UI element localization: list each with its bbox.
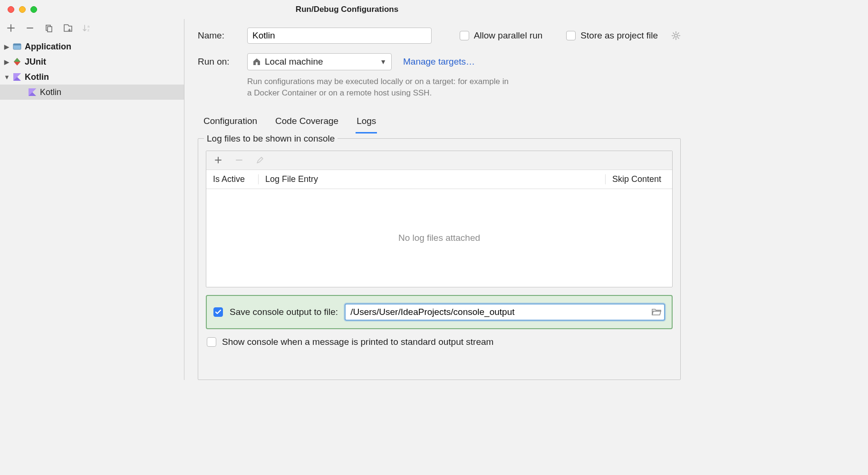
chevron-down-icon: ▼	[380, 58, 386, 66]
logs-toolbar	[206, 151, 672, 170]
tab-logs[interactable]: Logs	[356, 111, 377, 133]
allow-parallel-checkbox[interactable]: Allow parallel run	[460, 30, 543, 41]
tree-group-application[interactable]: ▶ Application	[0, 39, 184, 54]
svg-point-6	[675, 34, 677, 37]
tabs: Configuration Code Coverage Logs	[198, 111, 681, 133]
tree-group-label: JUnit	[25, 57, 46, 67]
titlebar: Run/Debug Configurations	[0, 0, 694, 19]
tab-code-coverage[interactable]: Code Coverage	[274, 111, 339, 133]
save-console-path-wrap	[345, 304, 665, 321]
logs-table: Is Active Log File Entry Skip Content No…	[206, 151, 673, 287]
svg-rect-7	[256, 62, 258, 65]
junit-icon	[12, 57, 22, 66]
show-console-checkbox[interactable]	[207, 337, 216, 347]
config-tree: ▶ Application ▶ JUnit ▼	[0, 37, 184, 380]
tab-configuration[interactable]: Configuration	[203, 111, 258, 133]
folder-open-icon[interactable]	[652, 308, 661, 316]
run-on-select[interactable]: Local machine ▼	[247, 53, 392, 70]
checkbox-icon	[460, 31, 469, 40]
chevron-right-icon: ▶	[4, 58, 10, 66]
tree-group-label: Kotlin	[25, 72, 49, 82]
run-on-row: Run on: Local machine ▼ Manage targets…	[198, 53, 681, 70]
add-log-button[interactable]	[213, 155, 223, 165]
copy-configuration-button[interactable]	[44, 23, 54, 33]
home-icon	[252, 57, 261, 66]
checkbox-icon	[566, 31, 576, 40]
show-console-stdout-row: Show console when a message is printed t…	[206, 336, 673, 352]
svg-text:z: z	[87, 28, 89, 32]
tree-item-label: Kotlin	[40, 87, 61, 97]
tree-group-junit[interactable]: ▶ JUnit	[0, 54, 184, 69]
dialog-window: Run/Debug Configurations az	[0, 0, 694, 380]
dialog-body: az ▶ Application ▶ JUnit	[0, 19, 694, 380]
manage-targets-link[interactable]: Manage targets…	[403, 57, 475, 67]
content-pane: Name: Allow parallel run Store as projec…	[184, 19, 694, 380]
gear-icon[interactable]	[671, 31, 681, 40]
chevron-down-icon: ▼	[4, 74, 10, 81]
application-icon	[12, 42, 22, 51]
sort-alpha-button[interactable]: az	[82, 23, 92, 33]
save-console-output-row: Save console output to file:	[206, 295, 673, 329]
run-on-hint: Run configurations may be executed local…	[247, 76, 513, 99]
remove-log-button[interactable]	[234, 155, 244, 165]
window-title: Run/Debug Configurations	[0, 5, 694, 14]
kotlin-icon	[12, 72, 22, 82]
logs-panel-title: Log files to be shown in console	[204, 133, 338, 144]
kotlin-icon	[28, 87, 37, 97]
logs-empty-message: No log files attached	[206, 189, 672, 287]
save-console-checkbox[interactable]	[213, 307, 223, 317]
name-label: Name:	[198, 30, 236, 41]
save-template-button[interactable]	[63, 23, 73, 33]
col-skip-content: Skip Content	[606, 174, 672, 184]
store-project-file-label: Store as project file	[580, 30, 658, 41]
name-row: Name: Allow parallel run Store as projec…	[198, 28, 681, 44]
tree-item-kotlin[interactable]: Kotlin	[0, 85, 184, 100]
edit-log-button[interactable]	[255, 155, 265, 165]
logs-panel: Log files to be shown in console	[198, 133, 681, 380]
name-input[interactable]	[247, 28, 432, 44]
add-configuration-button[interactable]	[6, 23, 16, 33]
tree-group-label: Application	[25, 42, 71, 52]
allow-parallel-label: Allow parallel run	[474, 30, 543, 41]
chevron-right-icon: ▶	[4, 43, 10, 50]
save-console-path-input[interactable]	[345, 304, 665, 321]
save-console-label: Save console output to file:	[230, 307, 338, 317]
tree-group-kotlin[interactable]: ▼ Kotlin	[0, 69, 184, 85]
store-project-file-checkbox[interactable]: Store as project file	[566, 30, 658, 41]
sidebar-toolbar: az	[0, 19, 184, 37]
svg-rect-1	[48, 27, 52, 32]
col-is-active: Is Active	[206, 174, 259, 184]
remove-configuration-button[interactable]	[25, 23, 35, 33]
logs-table-header: Is Active Log File Entry Skip Content	[206, 170, 672, 189]
run-on-value: Local machine	[265, 57, 323, 67]
run-on-label: Run on:	[198, 57, 236, 67]
svg-rect-5	[13, 44, 21, 46]
show-console-label: Show console when a message is printed t…	[222, 337, 493, 347]
col-log-file-entry: Log File Entry	[259, 174, 606, 184]
sidebar: az ▶ Application ▶ JUnit	[0, 19, 184, 380]
